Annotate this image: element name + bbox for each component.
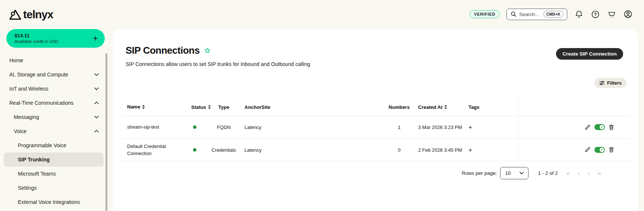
- search-shortcut-badge: CMD+K: [543, 11, 564, 18]
- sidebar-nav: Home AI, Storage and Compute IoT and Wir…: [4, 53, 104, 209]
- verified-badge[interactable]: VERIFIED: [470, 10, 500, 18]
- add-tag-button[interactable]: +: [468, 124, 472, 131]
- page-title: SIP Connections: [126, 45, 200, 56]
- sort-icon: [142, 105, 145, 109]
- page-subtitle: SIP Connections allow users to set SIP t…: [126, 61, 310, 67]
- last-page-button[interactable]: »: [598, 170, 601, 176]
- column-header-anchorsite: AnchorSite: [244, 104, 270, 110]
- filters-button[interactable]: Filters: [594, 78, 626, 88]
- top-bar: telnyx VERIFIED CMD+K ?: [0, 0, 644, 29]
- sidebar-item-sip-trunking[interactable]: SIP Trunking: [4, 152, 104, 167]
- pagination-range-label: 1 - 2 of 2: [538, 170, 558, 176]
- sidebar-item-label: Home: [9, 57, 23, 63]
- column-header-label: Status: [191, 104, 206, 110]
- sidebar-item-home[interactable]: Home: [4, 53, 104, 67]
- row-actions: ✓: [585, 124, 614, 130]
- toggle-knob-check: ✓: [600, 148, 604, 152]
- rows-per-page-select[interactable]: 10: [500, 167, 528, 179]
- page-title-row: SIP Connections: [126, 45, 211, 56]
- column-header-label: AnchorSite: [244, 104, 270, 110]
- edit-pencil-icon[interactable]: [585, 147, 590, 152]
- sidebar-item-messaging[interactable]: Messaging: [4, 110, 104, 124]
- main-panel: SIP Connections SIP Connections allow us…: [113, 29, 638, 211]
- sidebar-item-iot-wireless[interactable]: IoT and Wireless: [4, 82, 104, 96]
- sidebar-item-microsoft-teams[interactable]: Microsoft Teams: [4, 167, 104, 181]
- status-dot-active: [193, 148, 196, 151]
- sidebar-item-label: Settings: [18, 185, 37, 191]
- column-header-label: Numbers: [389, 104, 410, 110]
- row-actions: ✓: [585, 147, 614, 153]
- sidebar-item-label: External Voice Integrations: [18, 199, 80, 205]
- delete-trash-icon[interactable]: [609, 147, 614, 152]
- edit-pencil-icon[interactable]: [585, 125, 590, 130]
- add-tag-button[interactable]: +: [468, 146, 472, 153]
- sidebar-item-label: IoT and Wireless: [9, 86, 48, 92]
- column-header-numbers: Numbers: [385, 104, 413, 110]
- column-header-label: Created At: [418, 104, 442, 110]
- created-at-value: 2 Feb 2026 3:45 PM: [418, 147, 462, 152]
- notifications-bell-icon[interactable]: [574, 9, 584, 19]
- create-sip-connection-button[interactable]: Create SIP Connection: [556, 48, 623, 60]
- filters-sliders-icon: [599, 81, 604, 85]
- column-header-type: Type: [208, 104, 240, 110]
- sidebar-item-label: Microsoft Teams: [18, 171, 56, 177]
- table-row[interactable]: stream-sip-test FQDN Latency 1 3 Mar 202…: [122, 116, 630, 139]
- chevron-down-icon: [94, 88, 99, 90]
- chevron-up-icon: [94, 102, 99, 104]
- rows-per-page-value: 10: [505, 170, 511, 176]
- connection-type: Credentials: [208, 147, 240, 152]
- sidebar-item-real-time-communications[interactable]: Real-Time Communications: [4, 96, 104, 110]
- topbar-actions: VERIFIED CMD+K ?: [470, 7, 633, 21]
- sidebar-item-external-voice-integrations[interactable]: External Voice Integrations: [4, 195, 104, 209]
- chevron-down-icon: [94, 73, 99, 76]
- toggle-knob-check: ✓: [600, 125, 604, 129]
- actions-column-divider: [518, 98, 518, 161]
- sidebar-item-settings[interactable]: Settings: [4, 181, 104, 195]
- next-page-button[interactable]: ›: [588, 170, 590, 176]
- previous-page-button[interactable]: ‹: [578, 170, 580, 176]
- column-header-label: Type: [218, 104, 229, 110]
- sidebar-item-programmable-voice[interactable]: Programmable Voice: [4, 138, 104, 152]
- delete-trash-icon[interactable]: [609, 125, 614, 130]
- column-header-created-at[interactable]: Created At: [418, 104, 447, 110]
- numbers-count: 1: [385, 125, 413, 130]
- sort-icon: [444, 105, 447, 109]
- status-dot-active: [193, 126, 196, 129]
- cart-icon[interactable]: [607, 9, 616, 19]
- sidebar-item-voice[interactable]: Voice: [4, 124, 104, 138]
- rows-per-page-label: Rows per page:: [462, 170, 497, 176]
- svg-text:?: ?: [594, 12, 596, 17]
- column-header-tags: Tags: [468, 104, 479, 110]
- pagination-arrows: « ‹ › »: [566, 170, 601, 176]
- account-icon[interactable]: [623, 9, 633, 19]
- sidebar-item-label: AI, Storage and Compute: [9, 72, 68, 78]
- sidebar-item-label: Programmable Voice: [18, 142, 66, 148]
- add-credit-button[interactable]: +: [93, 34, 98, 43]
- enabled-toggle-on[interactable]: ✓: [594, 124, 605, 130]
- favorite-star-icon[interactable]: [204, 47, 211, 54]
- logo-text: telnyx: [23, 8, 53, 21]
- credit-text: $14.11 Available credit in USD: [15, 33, 58, 44]
- telnyx-logo-icon: [9, 9, 22, 21]
- anchorsite-value: Latency: [244, 125, 262, 130]
- credit-amount: $14.11: [15, 33, 58, 39]
- search-input[interactable]: [519, 12, 541, 17]
- sidebar-scrollbar[interactable]: [105, 53, 107, 211]
- credit-label: Available credit in USD: [15, 39, 58, 44]
- chevron-down-icon: [520, 172, 524, 174]
- column-header-label: Tags: [468, 104, 479, 110]
- help-icon[interactable]: ?: [590, 9, 600, 19]
- numbers-count: 0: [385, 147, 413, 152]
- telnyx-logo[interactable]: telnyx: [9, 8, 53, 21]
- sidebar-item-ai-storage-compute[interactable]: AI, Storage and Compute: [4, 67, 104, 82]
- search-box[interactable]: CMD+K: [506, 9, 567, 20]
- column-header-name[interactable]: Name: [127, 103, 187, 111]
- search-icon: [511, 11, 517, 17]
- table-header-row: Name Status Type AnchorSite Numbers Crea…: [122, 98, 630, 116]
- anchorsite-value: Latency: [244, 147, 262, 152]
- filters-label: Filters: [607, 80, 622, 86]
- table-row[interactable]: Default Credential Connection Credential…: [122, 139, 630, 161]
- enabled-toggle-on[interactable]: ✓: [594, 147, 605, 153]
- first-page-button[interactable]: «: [566, 170, 570, 176]
- sidebar-item-label: SIP Trunking: [18, 157, 50, 163]
